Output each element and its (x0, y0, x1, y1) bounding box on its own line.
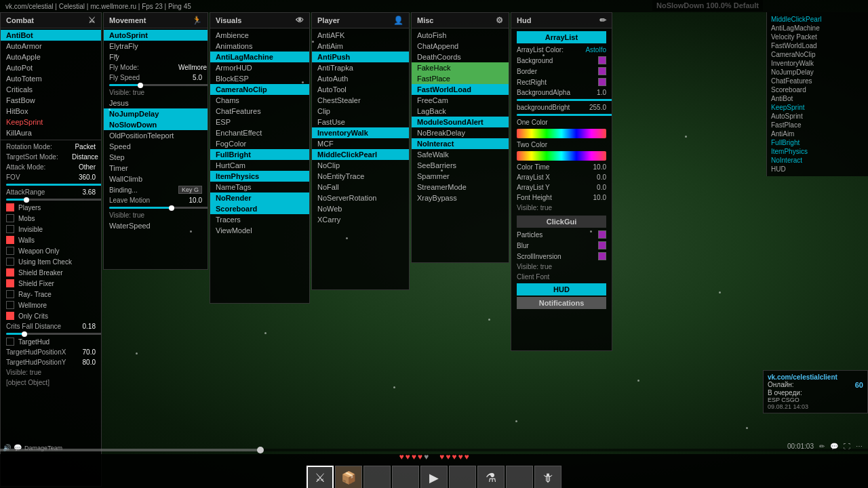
movement-item-jesus[interactable]: Jesus (104, 98, 208, 108)
arraylist-button[interactable]: ArrayList (517, 31, 606, 43)
movement-item-wallclimb[interactable]: WallClimb (104, 174, 208, 184)
misc-item-modulesoundalert[interactable]: ModuleSoundAlert (412, 117, 509, 127)
player-item-noserverrotation[interactable]: NoServerRotation (312, 192, 409, 203)
player-item-inventorywalk[interactable]: InventoryWalk (312, 127, 409, 138)
backgroundbright-slider[interactable] (517, 114, 612, 116)
mobs-checkbox[interactable] (6, 214, 14, 222)
misc-item-fastworldload[interactable]: FastWorldLoad (412, 84, 509, 95)
combat-item-fastbow[interactable]: FastBow (1, 95, 101, 106)
ray-trace-checkbox[interactable] (6, 290, 14, 298)
walls-row[interactable]: Walls (1, 235, 101, 245)
weapon-only-checkbox[interactable] (6, 247, 14, 255)
movement-item-oldpositionteleport[interactable]: OldPositionTeleport (104, 130, 208, 141)
misc-item-autofish[interactable]: AutoFish (412, 30, 509, 41)
two-color-bar[interactable] (517, 151, 606, 161)
players-row[interactable]: Players (1, 202, 101, 213)
visuals-item-antilagmachine[interactable]: AntiLagMachine (210, 52, 309, 62)
hotbar-slot-3[interactable] (363, 466, 391, 488)
scrollinversion-swatch[interactable] (598, 252, 606, 260)
hotbar-slot-8[interactable] (506, 466, 533, 488)
invisible-checkbox[interactable] (6, 225, 14, 233)
misc-item-lagback[interactable]: LagBack (412, 106, 509, 117)
hotbar-slot-9[interactable]: 🗡 (534, 466, 561, 488)
visuals-item-viewmodel[interactable]: ViewModel (210, 225, 309, 236)
players-checkbox[interactable] (6, 203, 14, 211)
movement-item-speed[interactable]: Speed (104, 141, 208, 152)
visuals-item-ambience[interactable]: Ambience (210, 30, 309, 41)
progress-thumb[interactable] (257, 447, 264, 453)
player-item-mcf[interactable]: MCF (312, 138, 409, 149)
player-item-noentitytrace[interactable]: NoEntityTrace (312, 171, 409, 182)
visuals-item-hurtcam[interactable]: HurtCam (210, 160, 309, 171)
using-item-check-row[interactable]: Using Item Check (1, 256, 101, 267)
visuals-item-esp[interactable]: ESP (210, 117, 309, 127)
target-hud-checkbox[interactable] (6, 338, 14, 346)
backgroundalpha-slider[interactable] (517, 99, 612, 101)
combat-item-hitbox[interactable]: HitBox (1, 106, 101, 117)
background-swatch[interactable] (598, 56, 606, 64)
leave-motion-slider[interactable] (109, 207, 208, 209)
visuals-item-itemphysics[interactable]: ItemPhysics (210, 171, 309, 182)
hotbar-slot-5[interactable]: ▶ (420, 466, 448, 488)
ray-trace-row[interactable]: Ray- Trace (1, 289, 101, 300)
combat-item-keepsprint[interactable]: KeepSprint (1, 117, 101, 127)
progress-bar[interactable] (0, 449, 868, 451)
misc-item-streamermode[interactable]: StreamerMode (412, 182, 509, 192)
misc-item-deathcoords[interactable]: DeathCoords (412, 52, 509, 62)
movement-item-nojumpdelay[interactable]: NoJumpDelay (104, 108, 208, 119)
hotbar-slot-6[interactable] (449, 466, 476, 488)
only-crits-checkbox[interactable] (6, 312, 14, 320)
combat-item-antibot[interactable]: AntiBot (1, 30, 101, 41)
misc-item-fastplace[interactable]: FastPlace (412, 73, 509, 84)
combat-item-autopot[interactable]: AutoPot (1, 62, 101, 73)
clickgui-button[interactable]: ClickGui (517, 216, 606, 228)
player-item-antipush[interactable]: AntiPush (312, 52, 409, 62)
visuals-item-fogcolor[interactable]: FogColor (210, 138, 309, 149)
fly-speed-slider[interactable] (109, 84, 208, 86)
movement-item-autosprint[interactable]: AutoSprint (104, 30, 208, 41)
visuals-item-fullbright[interactable]: FullBright (210, 149, 309, 160)
rectright-swatch[interactable] (598, 78, 606, 86)
visuals-item-chatfeatures[interactable]: ChatFeatures (210, 106, 309, 117)
wellmore-row[interactable]: Wellmore (1, 300, 101, 310)
shield-breaker-checkbox[interactable] (6, 268, 14, 277)
combat-item-autototem[interactable]: AutoTotem (1, 73, 101, 84)
combat-item-autoarmor[interactable]: AutoArmor (1, 41, 101, 52)
player-item-cheststealer[interactable]: ChestStealer (312, 95, 409, 106)
player-item-antiaim[interactable]: AntiAim (312, 41, 409, 52)
misc-item-xraybypass[interactable]: XrayBypass (412, 192, 509, 203)
only-crits-row[interactable]: Only Crits (1, 310, 101, 321)
misc-item-nointeract[interactable]: NoInteract (412, 138, 509, 149)
fov-slider[interactable] (6, 184, 101, 186)
player-item-antitrapka[interactable]: AntiTrapka (312, 62, 409, 73)
invisible-row[interactable]: Invisible (1, 224, 101, 235)
notifications-button[interactable]: Notifications (517, 297, 606, 309)
attack-range-slider[interactable] (6, 199, 101, 201)
combat-item-criticals[interactable]: Criticals (1, 84, 101, 95)
movement-item-step[interactable]: Step (104, 152, 208, 163)
combat-item-autoapple[interactable]: AutoApple (1, 52, 101, 62)
visuals-item-chams[interactable]: Chams (210, 95, 309, 106)
player-item-noclip[interactable]: NoClip (312, 160, 409, 171)
combat-item-killaura[interactable]: KillAura (1, 127, 101, 138)
hotbar-slot-1[interactable]: ⚔ (307, 466, 334, 488)
player-item-fastuse[interactable]: FastUse (312, 117, 409, 127)
weapon-only-row[interactable]: Weapon Only (1, 245, 101, 256)
hotbar-slot-4[interactable] (392, 466, 419, 488)
hotbar-slot-7[interactable]: ⚗ (477, 466, 505, 488)
wellmore-checkbox[interactable] (6, 301, 14, 309)
visuals-item-nametags[interactable]: NameTags (210, 182, 309, 192)
misc-item-seebarriers[interactable]: SeeBarriers (412, 160, 509, 171)
visuals-item-animations[interactable]: Animations (210, 41, 309, 52)
blur-swatch[interactable] (598, 241, 606, 249)
player-item-middleclickpearl[interactable]: MiddleClickPearl (312, 149, 409, 160)
hud-button[interactable]: HUD (517, 283, 606, 296)
misc-item-spammer[interactable]: Spammer (412, 171, 509, 182)
target-hud-row[interactable]: TargetHud (1, 336, 101, 347)
walls-checkbox[interactable] (6, 236, 14, 244)
one-color-bar[interactable] (517, 129, 606, 138)
visuals-item-scoreboard[interactable]: Scoreboard (210, 203, 309, 214)
player-item-autoauth[interactable]: AutoAuth (312, 73, 409, 84)
movement-item-waterspeed[interactable]: WaterSpeed (104, 220, 208, 231)
border-swatch[interactable] (598, 67, 606, 75)
